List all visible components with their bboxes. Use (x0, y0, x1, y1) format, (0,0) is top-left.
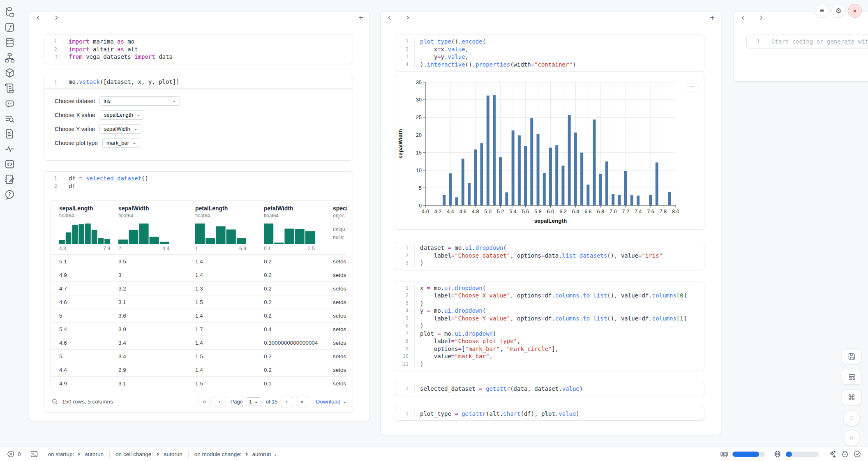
code-editor[interactable]: 1selected_dataset = getattr(data, datase… (395, 382, 704, 396)
table-row[interactable]: 5.13.51.40.2setos (51, 254, 347, 268)
column-collapse-right-icon[interactable] (405, 15, 411, 21)
connection-status-button[interactable] (853, 450, 861, 458)
control-row: Choose Y valuesepalWidth⌄ (55, 124, 353, 134)
search-icon[interactable] (4, 113, 15, 124)
code-editor[interactable]: 1⌄x = mo.ui.dropdown(2 label="Choose X v… (395, 281, 704, 371)
cpu-icon (773, 450, 782, 458)
status-bar: 0 on startup: autorun on cell change: au… (0, 447, 868, 461)
tracing-icon[interactable] (4, 143, 15, 154)
settings-button[interactable]: ⚙ (831, 4, 845, 18)
functions-icon[interactable]: ƒ (4, 22, 15, 33)
file-tree-icon[interactable] (4, 7, 15, 18)
cell-imports[interactable]: 1import marimo as mo2import altair as al… (44, 35, 353, 64)
table-row[interactable]: 4.931.40.2setos (51, 268, 347, 281)
column-header[interactable]: sepalWidthfloat6424.4 (110, 205, 187, 251)
terminal-button[interactable] (30, 450, 38, 458)
table-row[interactable]: 53.41.50.2setos (51, 349, 347, 363)
ai-sparkles-button[interactable] (829, 450, 837, 458)
download-button[interactable]: Download⌄ (316, 399, 346, 405)
code-editor[interactable]: 1import marimo as mo2import altair as al… (44, 35, 353, 64)
add-cell-button[interactable]: + (710, 14, 715, 22)
dependency-graph-icon[interactable] (4, 52, 15, 63)
cell-new-empty[interactable]: 1Start coding or generate with AI (746, 35, 868, 49)
column-histogram (59, 224, 110, 244)
code-editor-placeholder[interactable]: 1Start coding or generate with AI (747, 35, 868, 48)
svg-text:5: 5 (419, 185, 422, 191)
scratchpad-icon[interactable] (4, 174, 15, 185)
column-histogram (118, 224, 169, 244)
packages-icon[interactable] (4, 67, 15, 78)
on-startup-setting[interactable]: on startup: autorun (48, 451, 104, 457)
close-icon: × (853, 7, 857, 14)
chevron-down-icon: ⌄ (134, 127, 137, 131)
cell-selected-dataset[interactable]: 1selected_dataset = getattr(data, datase… (395, 382, 704, 396)
run-button[interactable] (843, 430, 860, 446)
layout-button[interactable] (842, 369, 861, 385)
menu-button[interactable]: ≡ (815, 4, 829, 18)
shutdown-button[interactable]: × (848, 4, 862, 18)
command-palette-button[interactable]: ⌘ (842, 390, 861, 405)
prev-page-button[interactable]: ‹ (214, 396, 226, 407)
dropdown-select[interactable]: sepalLength⌄ (100, 110, 144, 120)
first-page-button[interactable]: « (199, 396, 211, 407)
table-row[interactable]: 4.93.11.50.1setos (51, 376, 347, 390)
code-editor[interactable]: 1⌄plot_type().encode(2 x=x.value,3 y=y.v… (395, 35, 704, 71)
help-icon[interactable]: ? (4, 189, 15, 200)
add-cell-button[interactable]: + (358, 14, 363, 22)
table-row[interactable]: 53.61.40.2setos (51, 309, 347, 322)
svg-text:sepalWidth: sepalWidth (397, 129, 404, 159)
errors-icon[interactable] (7, 450, 15, 458)
table-row[interactable]: 4.63.41.40.3000000000000004setos (51, 336, 347, 349)
chart-options-button[interactable]: ••• (686, 81, 699, 93)
dropdown-select[interactable]: sepalWidth⌄ (99, 124, 141, 134)
logs-icon[interactable] (4, 83, 15, 94)
table-summary: 150 rows, 5 columns (62, 399, 113, 405)
table-row[interactable]: 4.73.21.30.2setos (51, 281, 347, 295)
stop-button[interactable] (843, 410, 860, 426)
dataframe-table: sepalLengthfloat644.37.9sepalWidthfloat6… (51, 200, 347, 390)
copilot-button[interactable] (841, 450, 849, 458)
column-header[interactable]: sepalLengthfloat644.37.9 (51, 205, 110, 251)
on-cell-change-setting[interactable]: on cell change: autorun (115, 451, 182, 457)
code-editor[interactable]: 1⌄dataset = mo.ui.dropdown(2 label="Choo… (395, 241, 704, 270)
page-select[interactable]: 1⌄ (246, 397, 261, 406)
cell-dataframe[interactable]: 1df = selected_dataset()2df sepalLengthf… (44, 171, 353, 413)
column-collapse-left-icon[interactable] (387, 15, 392, 21)
dropdown-select[interactable]: mark_bar⌄ (102, 138, 140, 148)
column-header[interactable]: petalWidthfloat640.12.5 (256, 205, 325, 251)
column-collapse-left-icon[interactable] (740, 15, 746, 21)
table-row[interactable]: 4.42.91.40.2setos (51, 363, 347, 376)
next-page-button[interactable]: › (281, 396, 293, 407)
cell-plot-code[interactable]: 1⌄plot_type().encode(2 x=x.value,3 y=y.v… (395, 35, 704, 71)
cell-vstack[interactable]: 1mo.vstack([dataset, x, y, plot]) Choose… (44, 75, 353, 161)
column-collapse-right-icon[interactable] (758, 15, 764, 21)
documentation-icon[interactable] (4, 128, 15, 139)
datasources-icon[interactable] (4, 37, 15, 48)
bolt-icon (155, 451, 161, 457)
cell-dataset-dropdown[interactable]: 1⌄dataset = mo.ui.dropdown(2 label="Choo… (395, 241, 704, 270)
chart-output[interactable]: 051015202530354.04.24.44.64.85.05.25.45.… (395, 75, 704, 230)
column-header[interactable]: petalLengthfloat6416.9 (187, 205, 256, 251)
bar-chart[interactable]: 051015202530354.04.24.44.64.85.05.25.45.… (395, 75, 704, 229)
ai-chat-icon[interactable] (4, 98, 15, 109)
on-module-change-setting[interactable]: on module change: autorun ⌄ (194, 451, 277, 457)
column-collapse-right-icon[interactable] (53, 15, 59, 21)
cell-plot-type[interactable]: 1plot_type = getattr(alt.Chart(df), plot… (395, 407, 704, 421)
save-button[interactable] (842, 348, 861, 364)
last-page-button[interactable]: » (296, 396, 308, 407)
table-row[interactable]: 5.43.91.70.4setos (51, 322, 347, 336)
code-editor[interactable]: 1plot_type = getattr(alt.Chart(df), plot… (395, 407, 704, 421)
column-collapse-left-icon[interactable] (35, 15, 41, 21)
code-editor[interactable]: 1mo.vstack([dataset, x, y, plot]) (44, 75, 353, 89)
dropdown-select[interactable]: iris⌄ (99, 96, 180, 106)
snippets-icon[interactable] (4, 159, 15, 170)
cell-xy-dropdowns[interactable]: 1⌄x = mo.ui.dropdown(2 label="Choose X v… (395, 281, 704, 371)
svg-text:5.8: 5.8 (534, 209, 541, 214)
layout-icon (847, 373, 856, 381)
column-header[interactable]: speciobjecuniqunulls: (325, 205, 347, 251)
page-label: Page (231, 399, 243, 405)
table-search-icon[interactable] (51, 398, 58, 405)
table-row[interactable]: 4.63.11.50.2setos (51, 295, 347, 309)
code-editor[interactable]: 1df = selected_dataset()2df (44, 172, 353, 193)
svg-text:20: 20 (416, 132, 422, 138)
